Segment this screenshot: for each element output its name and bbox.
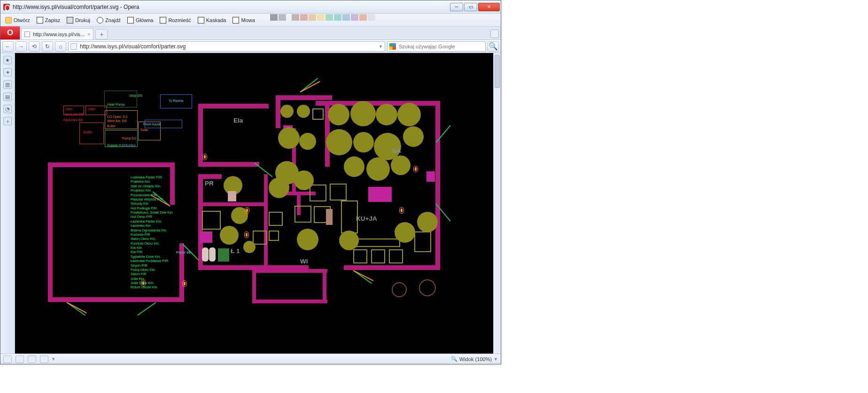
tab-active[interactable]: http://www.isys.pl/vis... × [21,28,93,39]
side-panel: ★ ✦ ▥ ▤ ◔ ＋ [0,53,15,354]
menu-resize-label: Rozmieść [168,17,191,23]
tab-close-icon[interactable]: × [87,31,90,37]
search-input[interactable] [399,44,483,49]
panel-boiler: Boiler [107,124,116,128]
save-icon [37,17,43,23]
zoom-label: Widok (100%) [459,356,492,362]
opera-icon [3,4,10,10]
label-floor: Floor 66 [176,250,191,254]
print-icon [67,17,73,23]
title-bar[interactable]: http://www.isys.pl/visual/comfort/parter… [0,0,501,14]
closed-tabs-button[interactable] [490,30,499,38]
zoom-dropdown-icon[interactable]: ▼ [494,357,498,362]
tab-bar: O http://www.isys.pl/vis... × + [0,27,501,40]
label-ela: Ela [233,117,243,124]
favicon-icon [24,31,30,37]
content-area: ★ ✦ ▥ ▤ ◔ ＋ [0,53,501,354]
panel-hp-status: Stop 0/0 [129,93,142,98]
label-sa: SA [392,147,401,154]
background-swatches [270,14,375,21]
forward-button[interactable]: → [16,41,27,52]
url-input[interactable] [80,43,376,50]
panel-ow1: OW1 [65,108,73,111]
menu-print-label: Drukuj [75,17,90,23]
label-l1: Ł 1 [231,247,240,254]
cascade-icon [198,17,204,23]
legend-list: Lodówka Parter P/RPralarka Kin.Stat do O… [131,175,173,290]
panel-downloads-icon[interactable]: ▤ [3,92,12,101]
window-controls: ─ ▭ ✕ [450,3,500,11]
rewind-button[interactable]: ⟲ [29,41,40,52]
page-badge-icon [70,43,77,50]
panel-bookmarks-icon[interactable]: ★ [3,56,12,64]
fp-misc [209,247,216,262]
menu-find-label: Znajdź [105,17,121,23]
menu-resize[interactable]: Rozmieść [158,16,193,24]
panel-buffer: Buffer [84,131,93,134]
panel-radlinks: RadLinks 0/0 [63,118,83,122]
menu-open-label: Otwórz [14,17,30,23]
panel-ow2: OW2 [88,108,95,111]
menu-bar: Otwórz Zapisz Drukuj Znajdź Główna Rozmi… [0,14,501,27]
scrollbar-thumb[interactable] [495,55,500,88]
panel-pump: Pump 0.0 [122,137,136,140]
panel-add-icon[interactable]: ＋ [3,117,12,125]
tab-label: http://www.isys.pl/vis... [33,31,85,37]
status-panel-toggle[interactable] [3,355,12,363]
status-unite-icon[interactable] [40,355,48,363]
panel-ow1link: Ow1 link 0/0 [65,113,84,116]
menu-open[interactable]: Otwórz [3,16,32,24]
menu-print[interactable]: Drukuj [65,16,92,24]
reload-button[interactable]: ↻ [42,41,53,52]
opera-menu-icon: O [7,28,13,38]
new-tab-button[interactable]: + [95,29,108,39]
google-icon [389,43,396,50]
status-sync-icon[interactable] [16,355,24,363]
svg-viewport[interactable]: Ela PR SA KU+JA WI Ł 1 Floor 66 To Rooms… [15,53,501,354]
nav-bar: ← → ⟲ ↻ ⌂ ▼ 🔍 [0,40,501,53]
address-dropdown-icon[interactable]: ▼ [379,44,383,49]
home-icon [127,17,134,23]
address-bar[interactable]: ▼ [68,41,385,52]
menu-find[interactable]: Znajdź [95,16,123,24]
panel-went: Went Act. 0/0 [107,119,127,123]
fp-misc [228,191,236,201]
folder-icon [5,17,12,23]
panel-co-open: CO Open: 0.0 [107,115,127,118]
viewport-scrollbar[interactable] [493,53,501,354]
zoom-control[interactable]: 🔍 Widok (100%) ▼ [451,356,498,362]
back-button[interactable]: ← [2,41,14,52]
label-pr: PR [205,180,214,187]
home-button[interactable]: ⌂ [55,41,66,52]
panel-monitor: Monitor [124,143,136,147]
maximize-button[interactable]: ▭ [464,3,477,11]
close-button[interactable]: ✕ [478,3,500,11]
panel-solar: Solar [140,128,148,131]
zoom-icon: 🔍 [451,356,457,362]
menu-home[interactable]: Główna [125,16,155,24]
status-link-icon[interactable] [28,355,36,363]
label-kuja: KU+JA [356,215,377,222]
menu-cascade[interactable]: Kaskada [196,16,228,24]
panel-supply: Supply 0.0 [107,143,124,147]
window-title: http://www.isys.pl/visual/comfort/parter… [13,4,450,10]
opera-menu-button[interactable]: O [0,26,20,39]
panel-hp-name: Heat Pump [107,102,125,107]
menu-save[interactable]: Zapisz [35,16,62,24]
menu-speech-label: Mowa [241,17,255,23]
menu-home-label: Główna [136,17,153,23]
menu-speech[interactable]: Mowa [231,16,256,24]
search-field[interactable] [387,41,486,52]
panel-to-rooms: To Rooms [169,99,184,102]
fp-misc [202,247,209,262]
panel-from-house: From house [143,123,161,126]
menu-save-label: Zapisz [45,17,60,23]
speech-icon [232,17,239,23]
label-wi: WI [300,258,308,265]
grid-icon [160,17,166,23]
panel-widgets-icon[interactable]: ✦ [3,68,12,77]
minimize-button[interactable]: ─ [450,3,463,11]
panel-notes-icon[interactable]: ▥ [3,80,12,89]
search-button[interactable]: 🔍 [488,41,499,52]
panel-history-icon[interactable]: ◔ [3,105,12,113]
